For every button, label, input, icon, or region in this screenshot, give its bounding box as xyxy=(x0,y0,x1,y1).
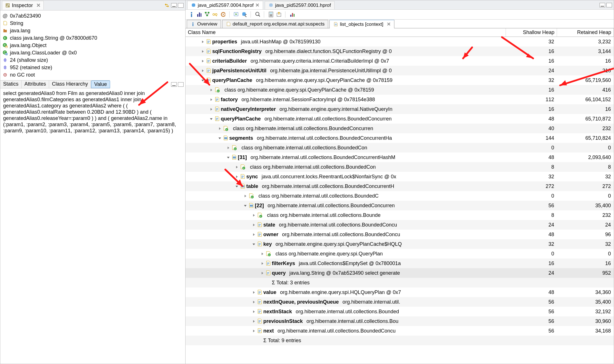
table-row[interactable]: value org.hibernate.engine.query.spi.HQL… xyxy=(186,287,614,297)
expander-icon[interactable] xyxy=(209,117,213,121)
expander-icon[interactable] xyxy=(209,107,213,111)
close-icon[interactable]: ✕ xyxy=(255,2,259,8)
expander-icon[interactable] xyxy=(200,49,205,54)
expander-icon[interactable] xyxy=(251,213,256,217)
expander-icon[interactable] xyxy=(251,232,256,237)
table-row[interactable]: C class org.hibernate.internal.util.coll… xyxy=(186,162,614,172)
expander-icon[interactable] xyxy=(251,309,256,314)
expander-icon[interactable] xyxy=(217,136,222,140)
table-row[interactable]: next org.hibernate.internal.util.collect… xyxy=(186,326,614,336)
col-class-name[interactable]: Class Name xyxy=(186,28,506,37)
tab-statics[interactable]: Statics xyxy=(0,81,22,88)
table-row[interactable]: nextInQueue, previousInQueue org.hiberna… xyxy=(186,297,614,307)
table-row[interactable]: nativeQueryInterpreter org.hibernate.eng… xyxy=(186,104,614,114)
expander-icon[interactable] xyxy=(234,174,239,179)
threads-icon[interactable] xyxy=(220,12,225,17)
maximize-button[interactable] xyxy=(178,3,184,8)
table-row[interactable]: jpaPersistenceUnitUtil org.hibernate.jpa… xyxy=(186,66,614,75)
table-row[interactable]: queryPlanCache org.hibernate.engine.quer… xyxy=(186,75,614,85)
subtab-list-objects[interactable]: list_objects [context] ✕ xyxy=(329,20,394,28)
expander-icon[interactable] xyxy=(251,242,256,246)
expander-icon[interactable] xyxy=(260,271,264,275)
inspector-tab[interactable]: Inspector ✕ xyxy=(2,1,44,10)
table-row[interactable]: [22] org.hibernate.internal.util.collect… xyxy=(186,201,614,210)
table-row[interactable]: C class org.hibernate.internal.util.coll… xyxy=(186,210,614,220)
table-row[interactable]: nextInStack org.hibernate.internal.util.… xyxy=(186,307,614,316)
table-row[interactable]: key org.hibernate.engine.query.spi.Query… xyxy=(186,239,614,249)
close-icon[interactable]: ✕ xyxy=(36,2,41,9)
table-row[interactable]: C class org.hibernate.engine.query.spi.Q… xyxy=(186,249,614,259)
table-row[interactable]: C class org.hibernate.internal.util.coll… xyxy=(186,191,614,201)
expander-icon[interactable] xyxy=(209,88,213,92)
calc-icon[interactable] xyxy=(268,12,273,17)
table-row[interactable]: owner org.hibernate.internal.util.collec… xyxy=(186,230,614,239)
expander-icon[interactable] xyxy=(243,194,247,198)
table-row[interactable]: factory org.hibernate.internal.SessionFa… xyxy=(186,95,614,104)
expander-icon[interactable] xyxy=(234,184,239,189)
subtab-default-report[interactable]: default_report org.eclipse.mat.api:suspe… xyxy=(222,20,328,28)
expander-icon[interactable] xyxy=(260,251,264,256)
table-row[interactable]: filterKeys java.util.Collections$EmptySe… xyxy=(186,259,614,268)
expander-icon[interactable] xyxy=(200,39,205,44)
chart-icon[interactable] xyxy=(289,12,295,17)
table-row[interactable]: Σ Total: 9 entries xyxy=(186,336,614,345)
table-row[interactable]: C class org.hibernate.engine.query.spi.Q… xyxy=(186,85,614,95)
expander-icon[interactable] xyxy=(260,280,264,285)
subtab-overview[interactable]: Overview xyxy=(187,20,221,28)
expander-icon[interactable] xyxy=(260,261,264,266)
table-row[interactable]: [31] org.hibernate.internal.util.collect… xyxy=(186,153,614,162)
table-row[interactable]: query java.lang.String @ 0x7ab523490 sel… xyxy=(186,268,614,278)
table-row[interactable]: state org.hibernate.internal.util.collec… xyxy=(186,220,614,230)
expander-icon[interactable] xyxy=(234,165,239,169)
tree-icon[interactable] xyxy=(204,12,209,17)
expander-icon[interactable] xyxy=(243,203,247,208)
table-row[interactable]: properties java.util.HashMap @ 0x7815991… xyxy=(186,37,614,46)
close-icon[interactable]: ✕ xyxy=(387,21,391,27)
table-row[interactable]: queryPlanCache org.hibernate.internal.ut… xyxy=(186,114,614,124)
svg-rect-122 xyxy=(258,302,261,302)
expander-icon[interactable] xyxy=(200,78,205,82)
histogram-icon[interactable] xyxy=(196,12,201,17)
expander-icon[interactable] xyxy=(251,329,256,333)
maximize-button[interactable] xyxy=(178,82,184,87)
table-row[interactable]: Σ Total: 3 entries xyxy=(186,278,614,287)
table-row[interactable]: criteriaBuilder org.hibernate.query.crit… xyxy=(186,56,614,66)
editor-tab-hprof-active[interactable]: java_pid52597.0004.hprof ✕ xyxy=(187,1,263,9)
query-icon[interactable] xyxy=(241,12,247,17)
table-row[interactable]: C class org.hibernate.internal.util.coll… xyxy=(186,124,614,133)
editor-tab-hprof[interactable]: java_pid52597.0001.hprof xyxy=(265,1,335,9)
minimize-button[interactable] xyxy=(171,3,177,8)
expander-icon[interactable] xyxy=(200,68,205,73)
table-row[interactable]: segments org.hibernate.internal.util.col… xyxy=(186,133,614,143)
expander-icon[interactable] xyxy=(251,290,256,295)
expander-icon[interactable] xyxy=(209,97,213,102)
expander-icon[interactable] xyxy=(251,319,256,323)
oql-icon[interactable]: OQL xyxy=(212,12,217,17)
info-icon[interactable] xyxy=(188,12,194,17)
export-icon[interactable] xyxy=(276,12,281,17)
table-row[interactable]: sync java.util.concurrent.locks.Reentran… xyxy=(186,172,614,181)
expander-icon[interactable] xyxy=(200,59,205,63)
tab-attributes[interactable]: Attributes xyxy=(22,81,49,88)
col-retained-heap[interactable]: Retained Heap xyxy=(557,28,614,37)
tab-value[interactable]: Value xyxy=(91,81,110,88)
run-icon[interactable] xyxy=(234,12,239,17)
expander-icon[interactable] xyxy=(251,300,256,304)
table-row[interactable]: previousInStack org.hibernate.internal.u… xyxy=(186,316,614,326)
maximize-button[interactable] xyxy=(606,3,612,7)
expander-icon[interactable] xyxy=(251,223,256,227)
table-row[interactable]: C class org.hibernate.internal.util.coll… xyxy=(186,143,614,153)
col-shallow-heap[interactable]: Shallow Heap xyxy=(506,28,557,37)
minimize-button[interactable] xyxy=(171,82,177,87)
table-row[interactable]: table org.hibernate.internal.util.collec… xyxy=(186,181,614,191)
value-pane[interactable]: select generatedAlias0 from Film as gene… xyxy=(0,88,185,364)
minimize-button[interactable] xyxy=(600,3,605,7)
table-row[interactable]: sqlFunctionRegistry org.hibernate.dialec… xyxy=(186,46,614,56)
expander-icon[interactable] xyxy=(251,338,256,343)
expander-icon[interactable] xyxy=(226,145,230,150)
expander-icon[interactable] xyxy=(217,126,222,131)
sync-icon[interactable] xyxy=(164,3,169,8)
tab-class-hierarchy[interactable]: Class Hierarchy xyxy=(49,81,91,88)
expander-icon[interactable] xyxy=(226,155,230,160)
search-icon[interactable] xyxy=(255,12,260,17)
